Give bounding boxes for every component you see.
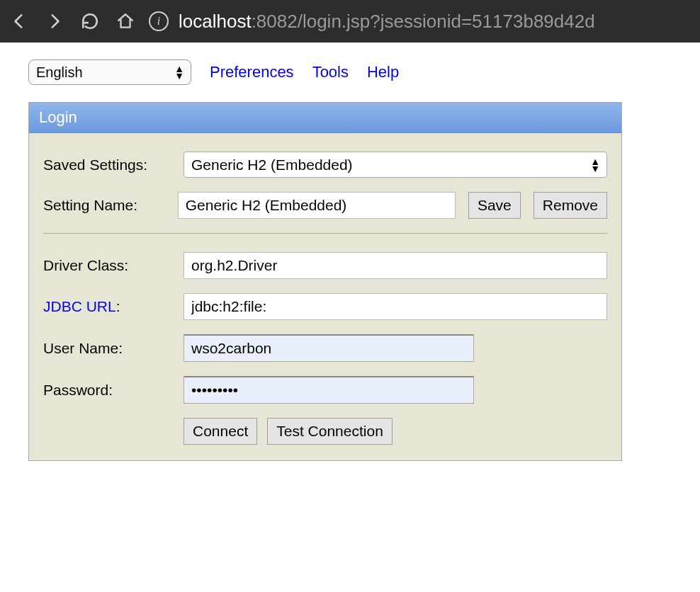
forward-icon[interactable]	[45, 12, 64, 30]
jdbc-url-row: JDBC URL:	[43, 293, 607, 320]
site-info-icon[interactable]: i	[149, 11, 169, 31]
panel-title: Login	[29, 103, 621, 133]
password-input[interactable]	[184, 376, 474, 404]
home-icon[interactable]	[116, 12, 135, 30]
password-label: Password:	[43, 382, 171, 399]
remove-button[interactable]: Remove	[534, 192, 607, 219]
back-icon[interactable]	[10, 12, 28, 30]
language-select[interactable]: English	[28, 59, 191, 85]
divider	[43, 233, 607, 234]
setting-name-row: Setting Name: Save Remove	[43, 192, 607, 219]
preferences-link[interactable]: Preferences	[210, 63, 294, 81]
driver-class-row: Driver Class:	[43, 252, 607, 279]
test-connection-button[interactable]: Test Connection	[267, 418, 393, 445]
reload-icon[interactable]	[81, 12, 99, 30]
driver-class-input[interactable]	[184, 252, 607, 279]
user-name-input[interactable]	[184, 334, 474, 362]
url-path: :8082/login.jsp?jsessionid=51173b89d42d	[252, 11, 595, 32]
nav-icons	[10, 12, 135, 30]
jdbc-url-input[interactable]	[184, 293, 607, 320]
driver-class-label: Driver Class:	[43, 257, 171, 274]
save-button[interactable]: Save	[468, 192, 521, 219]
password-row: Password:	[43, 376, 607, 404]
help-link[interactable]: Help	[367, 63, 399, 81]
top-toolbar: English ▲▼ Preferences Tools Help	[28, 59, 672, 85]
saved-settings-select[interactable]: Generic H2 (Embedded)	[184, 152, 607, 178]
setting-name-input[interactable]	[178, 192, 456, 219]
user-name-row: User Name:	[43, 334, 607, 362]
setting-name-label: Setting Name:	[43, 197, 165, 214]
action-buttons: Connect Test Connection	[184, 418, 607, 445]
saved-settings-row: Saved Settings: Generic H2 (Embedded) ▲▼	[43, 152, 607, 178]
url-host: localhost	[179, 11, 252, 32]
saved-settings-label: Saved Settings:	[43, 156, 171, 173]
browser-toolbar: i localhost:8082/login.jsp?jsessionid=51…	[0, 0, 700, 42]
connect-button[interactable]: Connect	[184, 418, 257, 445]
page-body: English ▲▼ Preferences Tools Help Login …	[0, 42, 700, 478]
address-bar[interactable]: i localhost:8082/login.jsp?jsessionid=51…	[149, 11, 595, 33]
url-text: localhost:8082/login.jsp?jsessionid=5117…	[179, 11, 595, 33]
panel-body: Saved Settings: Generic H2 (Embedded) ▲▼…	[29, 133, 621, 460]
tools-link[interactable]: Tools	[312, 63, 349, 81]
jdbc-url-link[interactable]: JDBC URL	[43, 298, 116, 314]
jdbc-url-label: JDBC URL:	[43, 298, 171, 315]
user-name-label: User Name:	[43, 340, 171, 357]
login-panel: Login Saved Settings: Generic H2 (Embedd…	[28, 102, 622, 461]
